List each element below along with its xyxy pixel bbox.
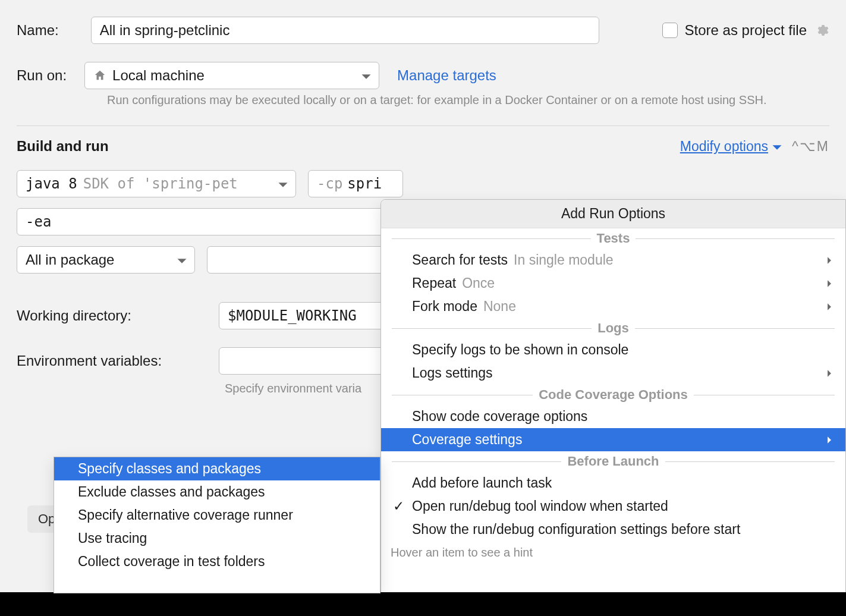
env-label: Environment variables:: [17, 353, 195, 369]
submenu-collect-test[interactable]: Collect coverage in test folders: [54, 550, 380, 573]
jre-suffix: SDK of 'spring-pet: [83, 175, 238, 192]
menu-search-tests[interactable]: Search for testsIn single module: [381, 249, 845, 272]
runon-hint: Run configurations may be executed local…: [107, 92, 829, 109]
coverage-settings-submenu: Specify classes and packages Exclude cla…: [54, 457, 380, 593]
submenu-specify-classes[interactable]: Specify classes and packages: [54, 457, 380, 480]
menu-repeat[interactable]: RepeatOnce: [381, 272, 845, 295]
name-label: Name:: [17, 22, 59, 39]
chevron-right-icon: [825, 275, 834, 291]
chevron-right-icon: [825, 365, 834, 381]
store-label: Store as project file: [685, 22, 807, 39]
menu-specify-logs[interactable]: Specify logs to be shown in console: [381, 338, 845, 362]
chevron-down-icon: [278, 175, 288, 192]
add-run-options-popup: Add Run Options Tests Search for testsIn…: [380, 199, 846, 615]
jre-prefix: java 8: [26, 175, 77, 192]
menu-show-settings[interactable]: Show the run/debug configuration setting…: [381, 518, 845, 541]
submenu-alt-runner[interactable]: Specify alternative coverage runner: [54, 504, 380, 527]
group-before: Before Launch: [381, 451, 845, 472]
chevron-down-icon: [177, 252, 187, 268]
chevron-right-icon: [825, 432, 834, 448]
submenu-exclude-classes[interactable]: Exclude classes and packages: [54, 480, 380, 504]
jre-select[interactable]: java 8 SDK of 'spring-pet: [17, 170, 296, 197]
popup-title: Add Run Options: [381, 200, 845, 228]
group-logs: Logs: [381, 318, 845, 338]
modify-options-link[interactable]: Modify options: [680, 139, 782, 155]
menu-logs-settings[interactable]: Logs settings: [381, 362, 845, 385]
classpath-field[interactable]: -cp spri: [308, 170, 403, 197]
chevron-right-icon: [825, 252, 834, 268]
runon-label: Run on:: [17, 67, 67, 84]
bottom-strip: [0, 592, 846, 616]
gear-icon[interactable]: [814, 23, 829, 38]
popup-footer-hint: Hover an item to see a hint: [381, 541, 845, 563]
name-input[interactable]: [91, 17, 599, 44]
submenu-use-tracing[interactable]: Use tracing: [54, 527, 380, 550]
chevron-down-icon: [361, 67, 372, 84]
menu-fork[interactable]: Fork modeNone: [381, 295, 845, 318]
menu-open-tool[interactable]: ✓ Open run/debug tool window when starte…: [381, 495, 845, 518]
vm-options-input[interactable]: [17, 208, 385, 235]
check-icon: ✓: [393, 498, 404, 514]
manage-targets-link[interactable]: Manage targets: [397, 67, 496, 84]
cp-value: spri: [347, 175, 382, 192]
runon-value: Local machine: [112, 67, 205, 84]
divider: [17, 125, 829, 126]
menu-show-coverage[interactable]: Show code coverage options: [381, 405, 845, 428]
section-title: Build and run: [17, 138, 109, 155]
home-icon: [93, 69, 106, 82]
group-tests: Tests: [381, 228, 845, 249]
cp-flag: -cp: [317, 175, 342, 192]
scope-value: All in package: [26, 252, 114, 268]
group-coverage: Code Coverage Options: [381, 385, 845, 405]
working-dir-label: Working directory:: [17, 307, 195, 324]
store-checkbox[interactable]: [662, 23, 678, 38]
modify-shortcut: ^⌥M: [792, 139, 829, 155]
chevron-right-icon: [825, 298, 834, 315]
package-input[interactable]: [207, 246, 385, 274]
menu-coverage-settings[interactable]: Coverage settings: [381, 428, 845, 451]
test-scope-select[interactable]: All in package: [17, 246, 195, 274]
runon-select[interactable]: Local machine: [84, 62, 379, 89]
chevron-down-icon: [772, 139, 782, 155]
menu-add-before[interactable]: Add before launch task: [381, 472, 845, 495]
